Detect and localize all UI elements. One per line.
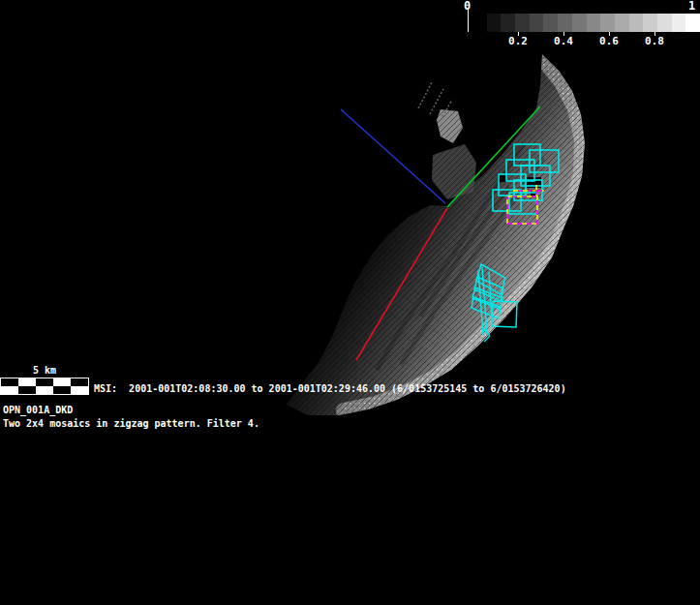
scale-bar-checker [0, 378, 89, 395]
scalebar-cell [1, 378, 18, 386]
colorbar-cell [587, 14, 601, 32]
scalebar-cell [36, 386, 53, 394]
faint-facet-streak [418, 82, 432, 108]
colorbar-cell [487, 14, 502, 32]
scalebar-cell [53, 378, 71, 386]
colorbar-tick-label: 0.8 [638, 36, 671, 47]
colorbar-cell [685, 14, 700, 32]
colorbar-tick-label: 0.4 [547, 36, 580, 47]
mesh-dither-overlay [287, 54, 585, 415]
asteroid-3d-view[interactable] [0, 0, 700, 605]
colorbar-cell [472, 14, 487, 32]
colorbar-tick-label: 0.2 [502, 36, 534, 47]
colorbar-gradient-strip [472, 14, 700, 32]
colorbar-cell [558, 14, 572, 32]
colorbar-cell [501, 14, 515, 32]
dim-terrain-patch-dither [437, 109, 463, 143]
colorbar-left-edge-tick [468, 10, 469, 32]
colorbar-cell [515, 14, 530, 32]
colorbar-cell [643, 14, 657, 32]
colorbar-cell [600, 14, 615, 32]
colorbar-cell [530, 14, 544, 32]
sequence-id: OPN_001A_DKD [3, 404, 73, 416]
scalebar-cell [18, 378, 36, 386]
msi-planning-screen: 0 1 0.20.40.60.8 5 km MSI: 2001-001T02:0… [0, 0, 700, 605]
colorbar-cell [657, 14, 672, 32]
scalebar-cell [53, 386, 71, 394]
asteroid-mesh [287, 54, 585, 415]
sequence-description: Two 2x4 mosaics in zigzag pattern. Filte… [3, 417, 259, 430]
colorbar-max-label: 1 [688, 0, 695, 13]
colorbar-cell [572, 14, 587, 32]
dim-terrain-patch-dither [432, 144, 476, 199]
colorbar-cell [672, 14, 686, 32]
scalebar-cell [36, 378, 53, 386]
msi-time-range-line: MSI: 2001-001T02:08:30.00 to 2001-001T02… [94, 382, 566, 395]
scalebar-cell [1, 386, 18, 394]
scalebar-cell [71, 378, 88, 386]
scalebar-cell [71, 386, 88, 394]
scalebar-cell [18, 386, 36, 394]
spin-axis-vector-blue [341, 109, 445, 203]
scale-bar-label: 5 km [0, 365, 89, 377]
colorbar-cell [615, 14, 629, 32]
colorbar-cell [629, 14, 644, 32]
colorbar-tick-label: 0.6 [593, 36, 625, 47]
colorbar-cell [543, 14, 558, 32]
